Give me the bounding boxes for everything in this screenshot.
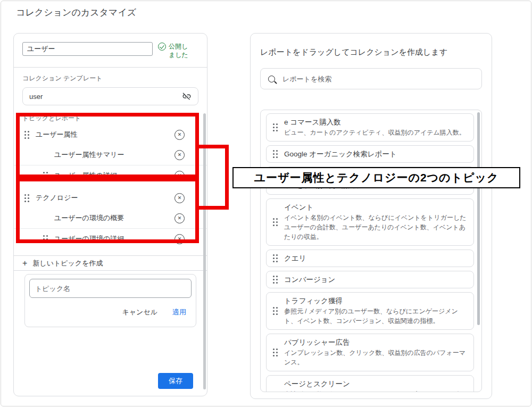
new-topic-form: キャンセル 適用 xyxy=(24,274,196,327)
reports-library-panel: レポートをドラッグしてコレクションを作成します e コマース購入数 ビュー、カー… xyxy=(250,33,492,399)
report-card[interactable]: e コマース購入数 ビュー、カートのアクティビティ、収益別のアイテム購入数。 xyxy=(266,113,474,142)
remove-icon[interactable] xyxy=(174,193,185,203)
template-select-value: user xyxy=(29,93,43,101)
remove-icon[interactable] xyxy=(174,213,185,223)
report-card-title: クエリ xyxy=(284,254,467,263)
form-actions: キャンセル 適用 xyxy=(35,308,186,317)
page-title: コレクションのカスタマイズ xyxy=(16,6,136,19)
topic-label: テクノロジー xyxy=(36,193,78,203)
reports-scrollbar[interactable] xyxy=(477,112,480,325)
drag-handle-icon[interactable] xyxy=(273,123,278,131)
report-card[interactable]: Google オーガニック検索レポート xyxy=(266,145,474,163)
search-icon xyxy=(268,76,275,82)
report-card-title: トラフィック獲得 xyxy=(284,296,467,305)
report-card-title: イベント xyxy=(284,203,467,212)
report-card-text: ページとスクリーン 合計ビュー数、各ページまたはスクリーンを表示したユーザー数、… xyxy=(284,379,467,392)
remove-icon[interactable] xyxy=(174,234,185,244)
topic-group: テクノロジー ユーザーの環境の概要 ユーザーの環境の詳細 xyxy=(14,188,207,249)
check-circle-icon xyxy=(158,43,166,51)
drag-handle-icon[interactable] xyxy=(24,131,29,139)
drag-handle-icon[interactable] xyxy=(273,307,278,315)
remove-icon[interactable] xyxy=(174,171,185,181)
report-card[interactable]: パブリッシャー広告 インプレッション数、クリック数、収益別の広告のパフォーマンス… xyxy=(266,334,474,371)
report-card-description: ビュー、カートのアクティビティ、収益別のアイテム購入数。 xyxy=(284,128,467,137)
drag-handle-icon[interactable] xyxy=(273,254,278,262)
topic-row[interactable]: ユーザーの環境の詳細 xyxy=(14,228,207,249)
report-card[interactable]: ページとスクリーン 合計ビュー数、各ページまたはスクリーンを表示したユーザー数、… xyxy=(266,375,474,392)
report-card-text: トラフィック獲得 参照元 / メディア別のユーザー数、ならびにエンゲージメント、… xyxy=(284,296,467,326)
topics-section-label: トピックとレポート xyxy=(14,105,207,123)
cancel-button[interactable]: キャンセル xyxy=(122,308,157,317)
annotation-callout-label: ユーザー属性とテクノロジーの2つのトピック xyxy=(254,170,498,185)
published-status-label: 公開しました xyxy=(169,42,192,59)
report-card-title: e コマース購入数 xyxy=(284,118,467,127)
topic-groups: ユーザー属性 ユーザー属性サマリー ユーザー属性の詳細 xyxy=(14,124,207,249)
report-card-text: パブリッシャー広告 インプレッション数、クリック数、収益別の広告のパフォーマンス… xyxy=(284,338,467,367)
topic-label: ユーザー属性サマリー xyxy=(54,150,124,160)
panel-header: レポートをドラッグしてコレクションを作成します xyxy=(260,47,482,57)
template-section-label: コレクション テンプレート xyxy=(14,68,207,83)
report-card-title: パブリッシャー広告 xyxy=(284,338,467,347)
topic-label: ユーザーの環境の概要 xyxy=(54,213,124,223)
topic-row[interactable]: ユーザー属性の詳細 xyxy=(14,165,207,186)
left-panel-scrollbar[interactable] xyxy=(203,113,206,389)
report-card-text: クエリ xyxy=(284,254,467,263)
search-input[interactable] xyxy=(281,74,474,84)
report-card-title: コンバージョン xyxy=(284,275,467,284)
drag-handle-icon[interactable] xyxy=(24,194,29,202)
link-off-icon xyxy=(182,92,192,101)
report-card-description: インプレッション数、クリック数、収益別の広告のパフォーマンス。 xyxy=(284,348,467,367)
collection-name-input[interactable] xyxy=(22,42,153,56)
report-card-title: ページとスクリーン xyxy=(284,379,467,388)
collection-editor-panel: 公開しました コレクション テンプレート user トピックとレポート ユーザー… xyxy=(13,33,207,396)
remove-icon[interactable] xyxy=(174,150,185,160)
annotation-callout: ユーザー属性とテクノロジーの2つのトピック xyxy=(232,167,520,188)
report-card-description: 合計ビュー数、各ページまたはスクリーンを表示したユーザー数、平均エンゲージメント… xyxy=(284,389,467,392)
report-card-text: コンバージョン xyxy=(284,275,467,284)
template-select[interactable]: user xyxy=(22,87,198,105)
topic-row[interactable]: テクノロジー xyxy=(14,188,207,208)
topic-label: ユーザーの環境の詳細 xyxy=(54,234,124,244)
reports-list: e コマース購入数 ビュー、カートのアクティビティ、収益別のアイテム購入数。 G… xyxy=(260,110,482,392)
drag-handle-icon[interactable] xyxy=(273,276,278,284)
published-status: 公開しました xyxy=(158,42,192,59)
search-box[interactable] xyxy=(260,68,482,89)
drag-handle-icon[interactable] xyxy=(43,235,48,243)
drag-handle-icon[interactable] xyxy=(43,172,48,180)
report-card-text: Google オーガニック検索レポート xyxy=(284,149,467,159)
report-card[interactable]: イベント イベント名別のイベント数、ならびにイベントをトリガーしたユーザーの合計… xyxy=(266,198,474,246)
create-topic-label: 新しいトピックを作成 xyxy=(32,259,103,268)
report-tabs xyxy=(260,102,482,107)
create-topic-button[interactable]: 新しいトピックを作成 xyxy=(14,255,207,271)
collection-name-row: 公開しました xyxy=(14,34,207,59)
report-card-title: Google オーガニック検索レポート xyxy=(284,149,467,159)
drag-handle-icon[interactable] xyxy=(273,348,278,356)
remove-icon[interactable] xyxy=(174,130,185,140)
report-card-description: 参照元 / メディア別のユーザー数、ならびにエンゲージメント、イベント数、コンバ… xyxy=(284,306,467,326)
topic-group: ユーザー属性 ユーザー属性サマリー ユーザー属性の詳細 xyxy=(14,124,207,186)
drag-handle-icon[interactable] xyxy=(273,150,278,158)
report-card[interactable]: クエリ xyxy=(266,250,474,267)
topic-label: ユーザー属性 xyxy=(36,130,78,139)
save-button[interactable]: 保存 xyxy=(158,373,193,389)
topic-row[interactable]: ユーザー属性サマリー xyxy=(14,145,207,165)
topic-row[interactable]: ユーザーの環境の概要 xyxy=(14,208,207,228)
report-card-text: e コマース購入数 ビュー、カートのアクティビティ、収益別のアイテム購入数。 xyxy=(284,118,467,137)
topic-label: ユーザー属性の詳細 xyxy=(54,171,117,180)
apply-button[interactable]: 適用 xyxy=(172,308,186,317)
report-card-text: イベント イベント名別のイベント数、ならびにイベントをトリガーしたユーザーの合計… xyxy=(284,203,467,242)
drag-handle-icon[interactable] xyxy=(273,218,278,226)
topic-name-input[interactable] xyxy=(29,279,192,298)
topic-row[interactable]: ユーザー属性 xyxy=(14,124,207,145)
report-card[interactable]: トラフィック獲得 参照元 / メディア別のユーザー数、ならびにエンゲージメント、… xyxy=(266,292,474,330)
report-card[interactable]: コンバージョン xyxy=(266,271,474,288)
plus-icon xyxy=(22,259,27,268)
report-card-description: イベント名別のイベント数、ならびにイベントをトリガーしたユーザーの合計数、ユーザ… xyxy=(284,213,467,242)
